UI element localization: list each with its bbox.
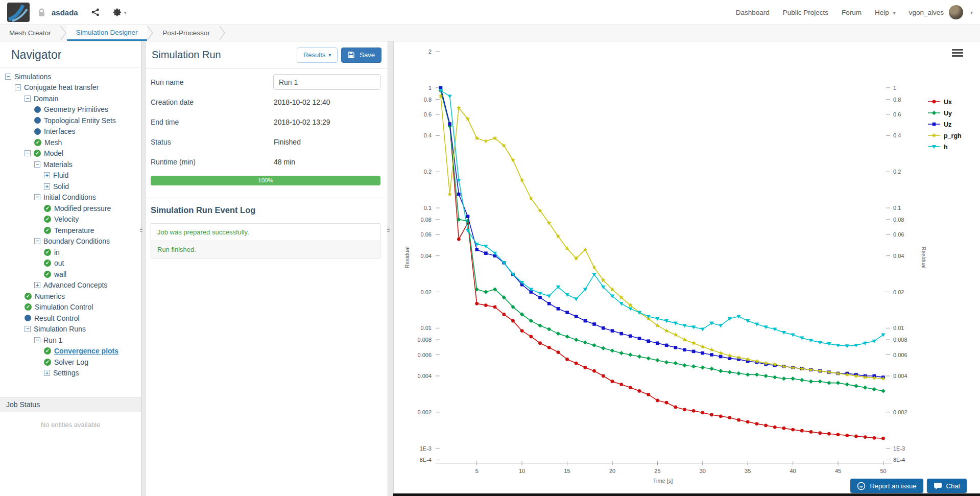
legend-item-Uy[interactable]: Uy — [928, 110, 952, 117]
svg-text:1E-3: 1E-3 — [420, 445, 432, 452]
svg-text:0.8: 0.8 — [424, 97, 432, 103]
nav-link-help[interactable]: Help ▾ — [875, 9, 896, 16]
tree-item-label: out — [54, 259, 64, 267]
save-floppy-icon — [348, 52, 354, 58]
share-icon[interactable] — [91, 8, 100, 16]
legend-item-Uz[interactable]: Uz — [928, 121, 951, 128]
tree-item-wall[interactable]: ✓wall — [0, 269, 141, 280]
run-name-input[interactable] — [273, 74, 380, 90]
legend-item-h[interactable]: h — [928, 144, 948, 151]
collapse-box-icon[interactable]: − — [25, 150, 31, 156]
panel-resize-handle[interactable] — [386, 223, 391, 236]
app-logo-icon[interactable] — [7, 3, 30, 22]
tab-post-processor[interactable]: Post-Processor — [154, 25, 219, 41]
expand-box-icon[interactable]: + — [44, 172, 50, 178]
tree-item-model[interactable]: −✓Model — [0, 148, 141, 159]
svg-text:0.008: 0.008 — [893, 337, 907, 343]
tree-item-fluid[interactable]: +Fluid — [0, 170, 141, 181]
job-status-empty-text: No entities available — [0, 412, 141, 429]
user-menu[interactable]: vgon_alves ▾ — [909, 5, 973, 19]
svg-text:0.08: 0.08 — [893, 217, 904, 223]
check-icon: ✓ — [34, 150, 41, 157]
field-label: End time — [151, 118, 274, 126]
svg-text:Time [s]: Time [s] — [653, 478, 673, 484]
svg-text:1E-3: 1E-3 — [893, 445, 905, 452]
field-value: 48 min — [274, 158, 295, 166]
chart-menu-icon[interactable] — [952, 49, 963, 58]
tree-item-run-1[interactable]: −Run 1 — [0, 335, 141, 346]
collapse-box-icon[interactable]: − — [34, 161, 40, 168]
collapse-box-icon[interactable]: − — [15, 84, 21, 90]
tree-item-materials[interactable]: −Materials — [0, 159, 141, 170]
tree-item-interfaces[interactable]: Interfaces — [0, 126, 141, 137]
tree-item-settings[interactable]: +Settings — [0, 368, 141, 379]
tree-item-simulation-runs[interactable]: −Simulation Runs — [0, 324, 141, 335]
tree-item-simulation-control[interactable]: ✓Simulation Control — [0, 302, 141, 313]
nav-link-dashboard[interactable]: Dashboard — [736, 9, 770, 16]
settings-gear-icon[interactable] — [113, 8, 122, 17]
results-caret-icon: ▾ — [328, 52, 331, 58]
collapse-box-icon[interactable]: − — [34, 337, 40, 343]
avatar[interactable] — [949, 5, 963, 19]
tree-item-geometry-primitives[interactable]: Geometry Primitives — [0, 104, 141, 115]
expand-box-icon[interactable]: + — [34, 282, 40, 288]
tree-item-label: Convergence plots — [54, 347, 118, 355]
status-dot-icon — [34, 128, 41, 135]
svg-text:0.02: 0.02 — [893, 289, 904, 295]
tree-item-domain[interactable]: −Domain — [0, 93, 141, 104]
tree-item-boundary-conditions[interactable]: −Boundary Conditions — [0, 236, 141, 247]
save-button[interactable]: Save — [341, 48, 381, 63]
chart-line-p_rgh — [441, 96, 883, 379]
legend-item-p_rgh[interactable]: p_rgh — [928, 132, 962, 139]
tree-item-convergence-plots[interactable]: ✓Convergence plots — [0, 346, 141, 357]
job-status-header[interactable]: Job Status — [0, 397, 141, 412]
expand-box-icon[interactable]: + — [44, 370, 50, 376]
username: vgon_alves — [909, 9, 944, 16]
tree-item-velocity[interactable]: ✓Velocity — [0, 214, 141, 225]
tree-item-advanced-concepts[interactable]: +Advanced Concepts — [0, 280, 141, 291]
tree-item-solid[interactable]: +Solid — [0, 181, 141, 192]
tree-item-solver-log[interactable]: ✓Solver Log — [0, 357, 141, 368]
collapse-box-icon[interactable]: − — [25, 96, 31, 102]
svg-text:0.2: 0.2 — [893, 169, 901, 175]
tree-item-topological-entity-sets[interactable]: Topological Entity Sets — [0, 115, 141, 126]
tree-item-in[interactable]: ✓in — [0, 247, 141, 258]
tab-mesh-creator[interactable]: Mesh Creator — [0, 25, 60, 41]
collapse-box-icon[interactable]: − — [34, 238, 40, 244]
settings-caret-icon[interactable]: ▾ — [124, 10, 127, 15]
chat-button[interactable]: Chat — [927, 479, 967, 493]
svg-text:0.01: 0.01 — [421, 325, 432, 331]
workbench-tabbar: Mesh CreatorSimulation DesignerPost-Proc… — [0, 25, 980, 41]
collapse-box-icon[interactable]: − — [5, 74, 11, 80]
tree-item-label: Numerics — [35, 292, 65, 300]
tree-item-result-control[interactable]: Result Control — [0, 313, 141, 324]
svg-text:0.4: 0.4 — [424, 132, 432, 138]
panel-resize-handle[interactable] — [139, 223, 144, 236]
tree-item-conjugate-heat-transfer[interactable]: −Conjugate heat transfer — [0, 82, 141, 93]
tree-item-initial-conditions[interactable]: −Initial Conditions — [0, 192, 141, 203]
tree-item-out[interactable]: ✓out — [0, 258, 141, 269]
collapse-box-icon[interactable]: − — [34, 194, 40, 200]
collapse-box-icon[interactable]: − — [25, 326, 31, 332]
nav-link-public-projects[interactable]: Public Projects — [783, 9, 828, 16]
project-name[interactable]: asdada — [52, 8, 78, 17]
tree-item-simulations[interactable]: −Simulations — [0, 71, 141, 82]
tree-item-label: Interfaces — [44, 127, 75, 135]
results-button[interactable]: Results▾ — [297, 48, 338, 63]
status-dot-icon — [34, 117, 41, 124]
convergence-chart[interactable]: 5101520253035404550Time [s]210.80.60.40.… — [394, 41, 980, 493]
tree-item-numerics[interactable]: ✓Numerics — [0, 291, 141, 302]
top-navbar: asdada ▾ DashboardPublic ProjectsForum H… — [0, 0, 980, 25]
svg-text:0.004: 0.004 — [417, 373, 432, 379]
expand-box-icon[interactable]: + — [44, 183, 50, 190]
field-label: Creation date — [151, 98, 274, 106]
report-an-issue-button[interactable]: Report an issue — [850, 479, 923, 493]
legend-item-Ux[interactable]: Ux — [928, 99, 952, 106]
tree-item-modified-pressure[interactable]: ✓Modified pressure — [0, 203, 141, 214]
nav-link-forum[interactable]: Forum — [842, 9, 862, 16]
tab-separator-chevron-icon — [219, 25, 226, 41]
tree-item-mesh[interactable]: ✓Mesh — [0, 137, 141, 148]
chart-line-h — [441, 90, 883, 346]
tab-simulation-designer[interactable]: Simulation Designer — [67, 25, 147, 41]
tree-item-temperature[interactable]: ✓Temperature — [0, 225, 141, 236]
